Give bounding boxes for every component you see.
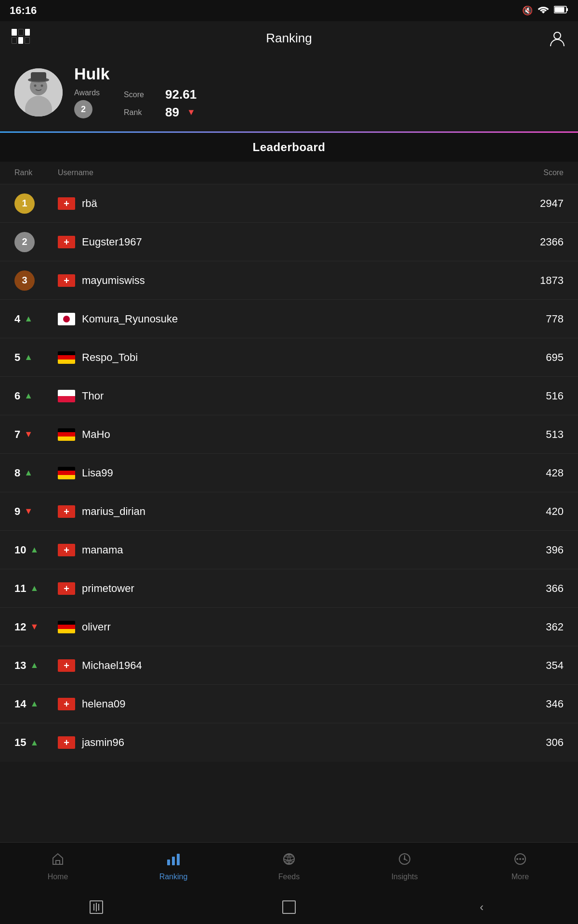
table-row[interactable]: 15▲jasmin96306 xyxy=(0,723,578,762)
table-row[interactable]: 7▼MaHo513 xyxy=(0,415,578,454)
feeds-icon xyxy=(282,852,296,870)
svg-rect-12 xyxy=(167,860,170,865)
user-profile: Hulk Awards 2 Score 92.61 Rank 89 ▼ xyxy=(0,55,578,131)
page-title: Ranking xyxy=(30,31,548,46)
svg-point-17 xyxy=(404,858,406,860)
nav-ranking-label: Ranking xyxy=(159,873,188,881)
status-bar: 16:16 🔇 xyxy=(0,0,578,21)
battery-icon xyxy=(554,5,568,16)
top-nav: Ranking xyxy=(0,21,578,55)
svg-rect-1 xyxy=(566,8,568,11)
svg-point-8 xyxy=(41,84,43,87)
column-headers: Rank Username Score xyxy=(0,162,578,184)
leaderboard-header: Leaderboard xyxy=(0,133,578,162)
awards-section: Awards 2 xyxy=(74,89,100,118)
rank-trend-icon: ▼ xyxy=(187,107,196,117)
table-row[interactable]: 3mayumiswiss1873 xyxy=(0,261,578,300)
score-rank-section: Score 92.61 Rank 89 ▼ xyxy=(124,87,197,120)
avatar xyxy=(14,68,63,116)
profile-icon[interactable] xyxy=(548,29,566,47)
home-button[interactable] xyxy=(275,898,303,917)
svg-rect-11 xyxy=(56,860,60,864)
score-value: 92.61 xyxy=(165,87,197,102)
svg-point-19 xyxy=(516,858,518,860)
nav-item-insights[interactable]: Insights xyxy=(347,843,462,890)
table-row[interactable]: 12▼oliverr362 xyxy=(0,608,578,646)
nav-more-label: More xyxy=(512,873,529,881)
table-row[interactable]: 5▲Respo_Tobi695 xyxy=(0,338,578,377)
score-row: Score 92.61 xyxy=(124,87,197,102)
rank-label: Rank xyxy=(124,108,158,117)
status-icons: 🔇 xyxy=(522,5,568,17)
rank-row: Rank 89 ▼ xyxy=(124,105,197,120)
col-score-header: Score xyxy=(543,168,564,177)
col-rank-header: Rank xyxy=(14,168,53,177)
table-row[interactable]: 8▲Lisa99428 xyxy=(0,454,578,492)
nav-insights-label: Insights xyxy=(391,873,418,881)
recents-button[interactable] xyxy=(82,898,111,917)
qr-icon[interactable] xyxy=(12,29,30,47)
user-stats-row: Awards 2 Score 92.61 Rank 89 ▼ xyxy=(74,87,564,120)
svg-rect-13 xyxy=(172,857,175,865)
svg-rect-10 xyxy=(31,72,46,81)
col-username-header: Username xyxy=(53,168,543,177)
table-row[interactable]: 14▲helena09346 xyxy=(0,685,578,723)
awards-label: Awards xyxy=(74,89,100,97)
table-row[interactable]: 2Eugster19672366 xyxy=(0,223,578,261)
insights-icon xyxy=(397,852,412,870)
awards-badge: 2 xyxy=(74,100,92,118)
more-icon xyxy=(513,852,527,870)
score-label: Score xyxy=(124,90,158,99)
table-row[interactable]: 6▲Thor516 xyxy=(0,377,578,415)
nav-item-more[interactable]: More xyxy=(462,843,578,890)
mute-icon: 🔇 xyxy=(522,5,533,16)
nav-home-label: Home xyxy=(48,873,68,881)
back-button[interactable]: ‹ xyxy=(467,898,496,917)
nav-feeds-label: Feeds xyxy=(278,873,300,881)
rank-value: 89 xyxy=(165,105,179,120)
table-row[interactable]: 9▼marius_dirian420 xyxy=(0,492,578,531)
table-row[interactable]: 13▲Michael1964354 xyxy=(0,646,578,685)
bottom-nav: Home Ranking Feeds xyxy=(0,842,578,890)
ranking-icon xyxy=(166,852,181,870)
svg-rect-14 xyxy=(177,854,180,865)
svg-rect-2 xyxy=(555,7,565,12)
nav-item-feeds[interactable]: Feeds xyxy=(231,843,347,890)
svg-point-20 xyxy=(519,858,521,860)
user-name: Hulk xyxy=(74,64,564,83)
leaderboard-list: 1rbä29472Eugster196723663mayumiswiss1873… xyxy=(0,184,578,762)
table-row[interactable]: 1rbä2947 xyxy=(0,184,578,223)
nav-item-ranking[interactable]: Ranking xyxy=(116,843,231,890)
table-row[interactable]: 4▲Komura_Ryunosuke778 xyxy=(0,300,578,338)
status-time: 16:16 xyxy=(10,4,37,17)
nav-item-home[interactable]: Home xyxy=(0,843,116,890)
table-row[interactable]: 11▲primetower366 xyxy=(0,569,578,608)
home-icon xyxy=(51,852,65,870)
system-nav: ‹ xyxy=(0,890,578,924)
table-row[interactable]: 10▲manama396 xyxy=(0,531,578,569)
svg-point-21 xyxy=(522,858,524,860)
svg-point-3 xyxy=(554,32,561,39)
user-info: Hulk Awards 2 Score 92.61 Rank 89 ▼ xyxy=(74,64,564,120)
svg-point-7 xyxy=(34,84,37,87)
svg-point-15 xyxy=(284,854,294,864)
wifi-icon xyxy=(538,5,549,17)
